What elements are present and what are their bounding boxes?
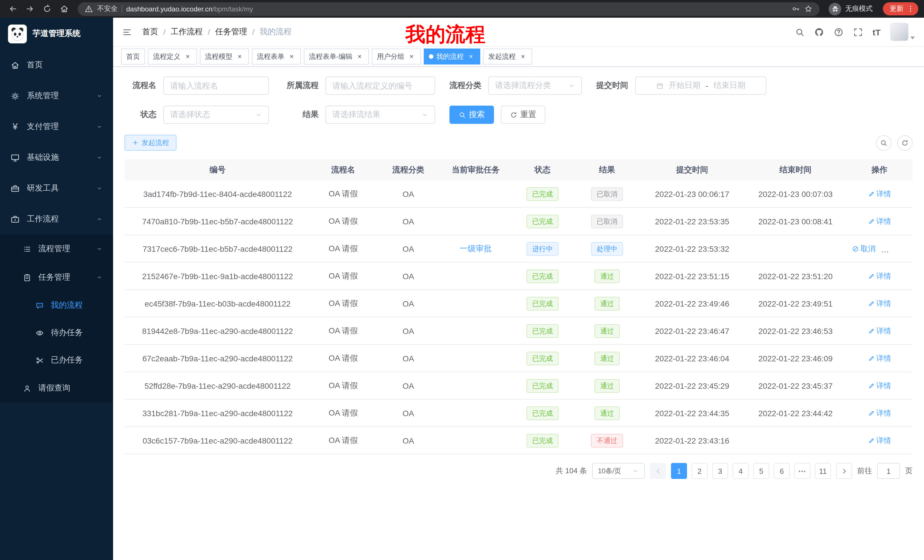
detail-action[interactable]: 详情 (868, 326, 891, 336)
result-select[interactable]: 请选择流结果 (326, 106, 435, 124)
detail-action[interactable]: 详情 (868, 271, 891, 281)
browser-back-button[interactable] (6, 2, 20, 16)
bookmark-star-icon[interactable] (804, 4, 813, 13)
sidebar-item-task-management[interactable]: 任务管理 (0, 263, 113, 292)
next-page-button[interactable] (836, 463, 852, 479)
tab[interactable]: 流程定义 (148, 48, 197, 64)
user-menu[interactable] (890, 23, 915, 41)
yen-icon: ¥ (10, 122, 20, 131)
tab-close-icon[interactable] (355, 52, 364, 61)
detail-action[interactable]: 详情 (885, 244, 908, 254)
page-size-select[interactable]: 10条/页 (592, 463, 645, 479)
tab-close-icon[interactable] (466, 52, 475, 61)
detail-action[interactable]: 详情 (868, 216, 891, 226)
tab[interactable]: 流程模型 (200, 48, 249, 64)
tab-close-icon[interactable] (407, 52, 416, 61)
table-row: 7317cec6-7b9b-11ec-b5b7-acde48001122 OA … (124, 235, 913, 262)
detail-action[interactable]: 详情 (868, 435, 891, 446)
sidebar-item-process-management[interactable]: 流程管理 (0, 235, 113, 263)
column-header: 提交时间 (640, 159, 745, 180)
sidebar-item-workflow[interactable]: 工作流程 (0, 204, 113, 235)
sidebar-item-leave-query[interactable]: 请假查询 (0, 374, 113, 403)
pager-more[interactable]: ••• (794, 463, 810, 479)
process-category: OA (376, 180, 441, 208)
tab-close-icon[interactable] (235, 52, 244, 61)
sidebar-toggle-icon[interactable] (122, 27, 132, 37)
browser-reload-button[interactable] (40, 2, 54, 16)
sidebar-item-infrastructure[interactable]: 基础设施 (0, 142, 113, 173)
process-category: OA (376, 344, 441, 372)
font-size-icon[interactable] (873, 27, 880, 37)
status-select[interactable]: 请选择状态 (164, 106, 269, 124)
detail-action[interactable]: 详情 (868, 353, 891, 363)
pager-page[interactable]: 11 (815, 463, 831, 479)
status-badge: 已完成 (526, 269, 558, 283)
sidebar-item-payment[interactable]: ¥ 支付管理 (0, 111, 113, 142)
end-time: 2022-01-22 23:51:20 (745, 262, 846, 290)
detail-action[interactable]: 详情 (868, 408, 891, 418)
sidebar-item-done-tasks[interactable]: 已办任务 (0, 346, 113, 374)
app-header: 首页 / 工作流程 / 任务管理 / 我的流程 (113, 18, 924, 47)
breadcrumb-item[interactable]: 工作流程 (171, 27, 203, 37)
reset-button[interactable]: 重置 (501, 106, 545, 124)
detail-action[interactable]: 详情 (868, 298, 891, 308)
browser-forward-button[interactable] (23, 2, 36, 16)
password-key-icon[interactable] (792, 4, 800, 13)
omnibox-divider (122, 5, 122, 13)
start-process-button[interactable]: 发起流程 (124, 135, 177, 151)
sidebar-item-my-process[interactable]: 我的流程 (0, 292, 113, 319)
app-logo[interactable]: 芋道管理系统 (0, 18, 113, 49)
search-button[interactable]: 搜索 (449, 106, 494, 124)
end-time: 2022-01-22 23:49:51 (745, 290, 846, 317)
column-header: 结果 (574, 159, 640, 180)
pager-page[interactable]: 1 (671, 463, 687, 479)
sidebar-item-label: 任务管理 (38, 272, 70, 283)
detail-action[interactable]: 详情 (868, 189, 891, 199)
sidebar-item-todo-tasks[interactable]: 待办任务 (0, 319, 113, 346)
goto-page-input[interactable] (877, 463, 900, 479)
tab-close-icon[interactable] (519, 52, 527, 61)
tab[interactable]: 首页 (121, 48, 145, 64)
pager-page[interactable]: 2 (692, 463, 708, 479)
tab[interactable]: 我的流程 (424, 48, 480, 64)
breadcrumb-item[interactable]: 首页 (142, 27, 158, 37)
toggle-search-button[interactable] (876, 135, 891, 150)
pager-page[interactable]: 5 (753, 463, 769, 479)
pager-page[interactable]: 6 (774, 463, 790, 479)
browser-home-button[interactable] (57, 2, 71, 16)
process-name-input[interactable] (164, 76, 269, 95)
tab[interactable]: 流程表单-编辑 (304, 48, 369, 64)
tab-close-icon[interactable] (287, 52, 296, 61)
pager-page[interactable]: 4 (733, 463, 748, 479)
category-select[interactable]: 请选择流程分类 (488, 76, 582, 95)
detail-action-label: 详情 (876, 271, 891, 281)
tab[interactable]: 发起流程 (483, 48, 532, 64)
table-body: 3ad174fb-7b9d-11ec-8404-acde48001122 OA … (124, 180, 913, 454)
tab[interactable]: 流程表单 (252, 48, 301, 64)
date-range-picker[interactable]: 开始日期 - 结束日期 (635, 76, 766, 95)
goto-unit: 页 (905, 466, 913, 476)
breadcrumb-item[interactable]: 任务管理 (215, 27, 247, 37)
current-task-link[interactable]: 一级审批 (460, 244, 492, 253)
detail-action-label: 详情 (876, 353, 891, 363)
pager-page[interactable]: 3 (712, 463, 728, 479)
tab-close-icon[interactable] (183, 52, 192, 61)
github-icon[interactable] (814, 27, 824, 37)
browser-menu-icon[interactable] (906, 4, 915, 13)
help-icon[interactable] (834, 27, 843, 37)
fullscreen-icon[interactable] (853, 27, 863, 37)
refresh-table-button[interactable] (897, 135, 913, 150)
address-bar[interactable]: 不安全 dashboard.yudao.iocoder.cn/bpm/task/… (78, 2, 819, 16)
update-button[interactable]: 更新 (883, 2, 918, 15)
prev-page-button[interactable] (650, 463, 666, 479)
search-icon[interactable] (795, 27, 805, 37)
sidebar-item-home[interactable]: 首页 (0, 49, 113, 81)
tab[interactable]: 用户分组 (372, 48, 421, 64)
detail-action[interactable]: 详情 (868, 380, 891, 391)
sidebar-item-system[interactable]: 系统管理 (0, 81, 113, 111)
process-definition-input[interactable] (326, 76, 435, 95)
incognito-badge: 无痕模式 (826, 3, 875, 15)
sidebar-item-devtools[interactable]: 研发工具 (0, 173, 113, 204)
submit-time: 2022-01-23 00:06:17 (640, 180, 745, 208)
cancel-action[interactable]: 取消 (852, 244, 876, 254)
